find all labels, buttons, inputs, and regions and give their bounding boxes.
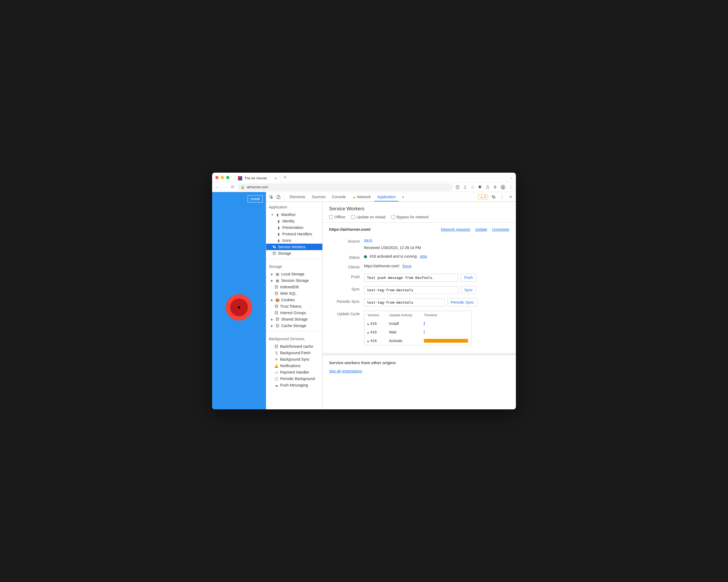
tabs-dropdown-icon[interactable]: ⌄ bbox=[510, 176, 513, 179]
sidebar-item-trust-tokens[interactable]: Trust Tokens bbox=[266, 303, 322, 309]
device-toggle-icon[interactable] bbox=[275, 194, 281, 200]
sidebar-item-icons[interactable]: ▮Icons bbox=[266, 237, 322, 244]
airhorn-button[interactable] bbox=[226, 294, 252, 321]
sidebar-item-push-messaging[interactable]: ☁Push Messaging bbox=[266, 382, 322, 388]
panel-header: Service Workers Offline Update on reload… bbox=[322, 202, 516, 223]
menu-icon[interactable]: ⋮ bbox=[509, 185, 513, 189]
panel-title: Service Workers bbox=[329, 206, 510, 212]
sidebar-item-notifications[interactable]: 🔔Notifications bbox=[266, 362, 322, 369]
database-icon bbox=[274, 344, 279, 349]
service-workers-panel: Service Workers Offline Update on reload… bbox=[322, 202, 516, 409]
tab-console[interactable]: Console bbox=[329, 193, 348, 201]
sidebar-item-bfcache[interactable]: Back/forward cache bbox=[266, 343, 322, 350]
database-icon bbox=[274, 304, 279, 308]
svg-point-7 bbox=[275, 292, 278, 293]
kebab-menu-icon[interactable]: ⋮ bbox=[499, 194, 505, 200]
window-controls bbox=[215, 176, 229, 179]
tab-elements[interactable]: Elements bbox=[287, 193, 308, 201]
sync-input[interactable] bbox=[364, 286, 458, 294]
sidebar-item-cache-storage[interactable]: ▶Cache Storage bbox=[266, 323, 322, 329]
sidebar-item-session-storage[interactable]: ▶▦Session Storage bbox=[266, 277, 322, 284]
forward-button[interactable]: → bbox=[222, 184, 228, 190]
tab-network[interactable]: ▲Network bbox=[349, 193, 373, 201]
devtools-panel: Elements Sources Console ▲Network Applic… bbox=[266, 192, 516, 409]
tab-sources[interactable]: Sources bbox=[309, 193, 328, 201]
sidebar-item-shared-storage[interactable]: ▶Shared Storage bbox=[266, 316, 322, 323]
sidebar-item-periodic-bg[interactable]: 🕐Periodic Background bbox=[266, 376, 322, 382]
devtools-tabstrip: Elements Sources Console ▲Network Applic… bbox=[266, 192, 516, 202]
sidebar-item-bg-fetch[interactable]: ⇅Background Fetch bbox=[266, 350, 322, 356]
offline-checkbox[interactable]: Offline bbox=[329, 215, 345, 219]
maximize-window-icon[interactable] bbox=[226, 176, 229, 179]
unregister-link[interactable]: Unregister bbox=[492, 227, 510, 232]
see-all-registrations-link[interactable]: See all registrations bbox=[329, 369, 362, 373]
gear-icon[interactable] bbox=[491, 194, 497, 200]
database-icon bbox=[274, 311, 279, 315]
periodic-sync-button[interactable]: Periodic Sync bbox=[447, 298, 477, 306]
push-button[interactable]: Push bbox=[461, 274, 476, 282]
profile-avatar[interactable] bbox=[500, 184, 506, 190]
bypass-checkbox[interactable]: Bypass for network bbox=[391, 215, 429, 219]
sidebar-item-storage[interactable]: Storage bbox=[266, 250, 322, 257]
install-pwa-icon[interactable] bbox=[455, 185, 460, 189]
airhorn-inner bbox=[230, 299, 248, 316]
extensions-icon[interactable] bbox=[478, 185, 483, 189]
application-sidebar: Application ▼▮Manifest ▮Identity ▮Presen… bbox=[266, 202, 322, 409]
sidebar-item-interest-groups[interactable]: Interest Groups bbox=[266, 309, 322, 316]
share-icon[interactable] bbox=[463, 185, 468, 189]
sidebar-item-bg-sync[interactable]: ⟳Background Sync bbox=[266, 356, 322, 362]
address-bar: ← → ⟳ 🔒 airhorner.com ☆ ⏸ ⋮ bbox=[212, 182, 516, 192]
url-field[interactable]: 🔒 airhorner.com bbox=[237, 183, 453, 191]
sync-label: Sync bbox=[329, 286, 364, 291]
sidebar-item-cookies[interactable]: ▶🍪Cookies bbox=[266, 297, 322, 303]
cookie-icon: 🍪 bbox=[275, 298, 280, 302]
install-button[interactable]: Install bbox=[248, 195, 263, 203]
divider bbox=[266, 331, 322, 331]
col-timeline: Timeline bbox=[424, 313, 468, 317]
sidebar-item-presentation[interactable]: ▮Presentation bbox=[266, 224, 322, 231]
back-button[interactable]: ← bbox=[215, 184, 220, 190]
browser-tab[interactable]: The Air Horner × bbox=[235, 174, 280, 182]
lock-icon: 🔒 bbox=[241, 185, 245, 189]
sidebar-item-websql[interactable]: Web SQL bbox=[266, 290, 322, 297]
sidebar-item-service-workers[interactable]: Service Workers bbox=[266, 244, 322, 250]
labs-icon[interactable] bbox=[485, 185, 490, 189]
col-version: Version bbox=[367, 313, 389, 317]
stop-link[interactable]: stop bbox=[420, 254, 427, 258]
minimize-window-icon[interactable] bbox=[221, 176, 224, 179]
network-requests-link[interactable]: Network requests bbox=[441, 227, 470, 232]
inspect-icon[interactable] bbox=[268, 194, 274, 200]
grid-icon: ▦ bbox=[275, 278, 280, 283]
svg-point-1 bbox=[502, 186, 504, 187]
cycle-row-wait[interactable]: ▶#16 Wait bbox=[364, 328, 471, 336]
close-tab-icon[interactable]: × bbox=[275, 176, 277, 180]
periodic-sync-input[interactable] bbox=[364, 299, 445, 306]
cycle-row-activate[interactable]: ▶#16 Activate bbox=[364, 336, 471, 345]
update-link[interactable]: Update bbox=[475, 227, 487, 232]
sidebar-item-protocol-handlers[interactable]: ▮Protocol Handlers bbox=[266, 231, 322, 237]
svg-point-9 bbox=[275, 311, 278, 312]
sidebar-item-local-storage[interactable]: ▶▦Local Storage bbox=[266, 271, 322, 277]
sidebar-item-manifest[interactable]: ▼▮Manifest bbox=[266, 211, 322, 218]
cycle-row-install[interactable]: ▶#16 Install bbox=[364, 319, 471, 328]
sidebar-item-indexeddb[interactable]: IndexedDB bbox=[266, 284, 322, 290]
warning-icon: ▲ bbox=[352, 195, 356, 199]
website-viewport: Install bbox=[212, 192, 266, 409]
push-input[interactable] bbox=[364, 274, 458, 282]
sidebar-item-payment[interactable]: ▭Payment Handler bbox=[266, 369, 322, 376]
new-tab-button[interactable]: + bbox=[284, 175, 287, 180]
reload-button[interactable]: ⟳ bbox=[230, 184, 235, 190]
issues-badge[interactable]: ▲2 bbox=[478, 195, 488, 199]
source-file-link[interactable]: sw.js bbox=[364, 238, 372, 242]
tab-application[interactable]: Application bbox=[374, 193, 398, 201]
file-icon: ▮ bbox=[276, 225, 281, 230]
bookmark-icon[interactable]: ☆ bbox=[470, 185, 475, 189]
close-devtools-icon[interactable]: ✕ bbox=[508, 194, 514, 200]
timeline-wait-bar bbox=[424, 330, 424, 334]
sidebar-item-identity[interactable]: ▮Identity bbox=[266, 218, 322, 224]
focus-link[interactable]: focus bbox=[402, 264, 411, 268]
close-window-icon[interactable] bbox=[215, 176, 218, 179]
sync-button[interactable]: Sync bbox=[461, 286, 476, 294]
update-on-reload-checkbox[interactable]: Update on reload bbox=[351, 215, 385, 219]
more-tabs-icon[interactable]: » bbox=[399, 193, 407, 201]
